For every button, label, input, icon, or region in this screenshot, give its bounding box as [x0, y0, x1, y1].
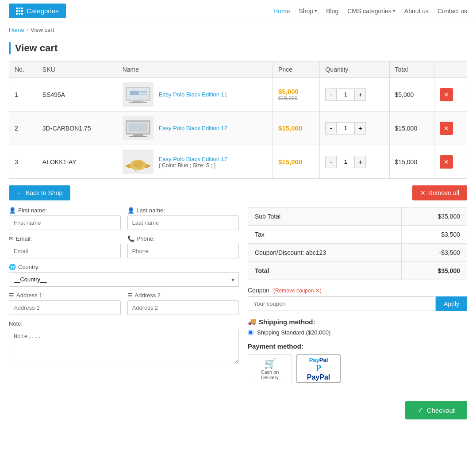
- person-icon: 👤: [9, 207, 16, 214]
- row2-remove-button[interactable]: ✕: [440, 122, 453, 135]
- nav-blog[interactable]: Blog: [326, 8, 338, 15]
- col-no: No.: [9, 61, 37, 78]
- paypal-content: PayPal 𝐏 PayPal: [307, 357, 330, 381]
- col-action: [434, 61, 467, 78]
- paypal-icon: 𝐏: [307, 363, 330, 373]
- grid-icon: [16, 8, 23, 15]
- svg-rect-12: [129, 136, 147, 137]
- categories-button[interactable]: Categories: [9, 4, 66, 18]
- coupon-section-label: Coupon (Remove coupon ✕): [248, 287, 467, 294]
- row3-total: $15,000: [389, 145, 434, 179]
- back-to-shop-button[interactable]: ← Back to Shop: [9, 185, 70, 200]
- address1-input[interactable]: [9, 300, 121, 315]
- total-label: Total: [248, 262, 402, 280]
- checkout-form: 👤 First name: 👤 Last name: ✉ Email:: [9, 207, 239, 383]
- svg-rect-3: [133, 101, 143, 102]
- title-bar-accent: [9, 42, 11, 54]
- row3-qty-input[interactable]: [337, 156, 354, 168]
- shipping-radio[interactable]: [248, 330, 253, 335]
- breadcrumb-current: View cart: [31, 27, 54, 33]
- row1-sku: SS495A: [37, 78, 117, 111]
- last-name-input[interactable]: [127, 215, 239, 230]
- back-arrow-icon: ←: [17, 189, 23, 196]
- email-icon: ✉: [9, 235, 14, 242]
- row1-remove-button[interactable]: ✕: [440, 88, 453, 101]
- row1-qty-increase[interactable]: +: [354, 88, 366, 101]
- row3-sku: ALOKK1-AY: [37, 145, 117, 179]
- breadcrumb-home[interactable]: Home: [9, 27, 24, 33]
- payment-title: Payment method:: [248, 342, 467, 350]
- nav-home[interactable]: Home: [273, 8, 290, 15]
- list-icon: ☰: [9, 292, 14, 299]
- row2-qty-decrease[interactable]: -: [325, 122, 337, 135]
- row2-product-link[interactable]: Easy Polo Black Edition 12: [159, 125, 227, 131]
- svg-rect-11: [133, 135, 143, 136]
- payment-cod[interactable]: 🛒 Cash on Delivery: [248, 354, 292, 383]
- nav-cms[interactable]: CMS categories: [347, 8, 395, 15]
- row2-sku: 3D-CARBON1.75: [37, 111, 117, 145]
- row1-product-link[interactable]: Easy Polo Black Edition 11: [159, 91, 227, 98]
- row3-name: Easy Polo Black Edition 17 ( Color: Blue…: [117, 145, 273, 179]
- svg-rect-6: [140, 91, 147, 93]
- row2-qty-increase[interactable]: +: [354, 122, 366, 135]
- row1-total: $5,000: [389, 78, 434, 111]
- remove-coupon-button[interactable]: (Remove coupon ✕): [273, 288, 322, 294]
- row3-price: $15,000: [273, 145, 320, 179]
- summary-table: Sub Total $35,000 Tax $3,500 Coupon/Disc…: [248, 207, 467, 280]
- coupon-value: -$3,500: [402, 244, 467, 262]
- phone-input[interactable]: [127, 244, 239, 258]
- note-label: Note:: [9, 320, 239, 327]
- payment-options: 🛒 Cash on Delivery PayPal 𝐏 PayPal: [248, 354, 467, 383]
- last-name-label: 👤 Last name:: [127, 207, 239, 214]
- shipping-section: 🚚 Shipping method: Shipping Standard ($2…: [248, 318, 467, 336]
- main-content: 👤 First name: 👤 Last name: ✉ Email:: [0, 207, 476, 396]
- header: Categories Home Shop Blog CMS categories…: [0, 0, 476, 22]
- address2-input[interactable]: [127, 300, 239, 315]
- col-price: Price: [273, 61, 320, 78]
- nav-about[interactable]: About us: [404, 8, 429, 15]
- check-icon: ✓: [418, 406, 423, 414]
- checkout-button[interactable]: ✓ Checkout: [405, 401, 467, 419]
- subtotal-row: Sub Total $35,000: [248, 208, 467, 226]
- row3-remove-button[interactable]: ✕: [440, 155, 453, 169]
- nav-shop[interactable]: Shop: [299, 8, 317, 15]
- payment-paypal[interactable]: PayPal 𝐏 PayPal: [296, 354, 341, 383]
- row3-product-link[interactable]: Easy Polo Black Edition 17: [159, 156, 227, 162]
- remove-all-button[interactable]: ✕ Remove all: [412, 185, 467, 200]
- nav-contact[interactable]: Contact us: [438, 8, 467, 15]
- row1-qty-decrease[interactable]: -: [325, 88, 337, 101]
- remove-all-icon: ✕: [420, 189, 426, 196]
- row2-no: 2: [9, 111, 37, 145]
- note-textarea[interactable]: [9, 329, 239, 364]
- row3-qty-decrease[interactable]: -: [325, 156, 337, 168]
- subtotal-label: Sub Total: [248, 208, 402, 226]
- page-title: View cart: [15, 42, 58, 54]
- tax-label: Tax: [248, 226, 402, 244]
- checkout-section: ✓ Checkout: [0, 396, 476, 428]
- apply-coupon-button[interactable]: Apply: [436, 296, 467, 311]
- svg-point-17: [133, 161, 143, 168]
- truck-icon: 🚚: [248, 318, 256, 326]
- phone-icon: 📞: [127, 235, 134, 242]
- email-label: ✉ Email:: [9, 235, 121, 242]
- shipping-option: Shipping Standard ($20,000): [248, 329, 467, 336]
- total-row: Total $35,000: [248, 262, 467, 280]
- tax-row: Tax $3,500: [248, 226, 467, 244]
- person-icon-2: 👤: [127, 207, 134, 214]
- row3-qty-increase[interactable]: +: [354, 156, 366, 168]
- email-input[interactable]: [9, 244, 121, 258]
- total-value: $35,000: [402, 262, 467, 280]
- coupon-input[interactable]: [248, 296, 436, 311]
- page-title-section: View cart: [0, 38, 476, 61]
- row3-product-extra: ( Color: Blue ; Size: S ; ): [159, 162, 227, 169]
- row1-name: Easy Polo Black Edition 11: [117, 78, 273, 111]
- nav-bar: Home Shop Blog CMS categories About us C…: [273, 8, 467, 15]
- first-name-input[interactable]: [9, 215, 121, 230]
- list-icon-2: ☰: [127, 292, 133, 299]
- country-select[interactable]: __Country__: [9, 272, 239, 287]
- row2-qty-input[interactable]: [337, 122, 354, 135]
- action-row: ← Back to Shop ✕ Remove all: [0, 179, 476, 207]
- row1-remove: ✕: [434, 78, 467, 111]
- cod-icon: 🛒: [253, 358, 286, 369]
- row1-qty-input[interactable]: [337, 88, 354, 101]
